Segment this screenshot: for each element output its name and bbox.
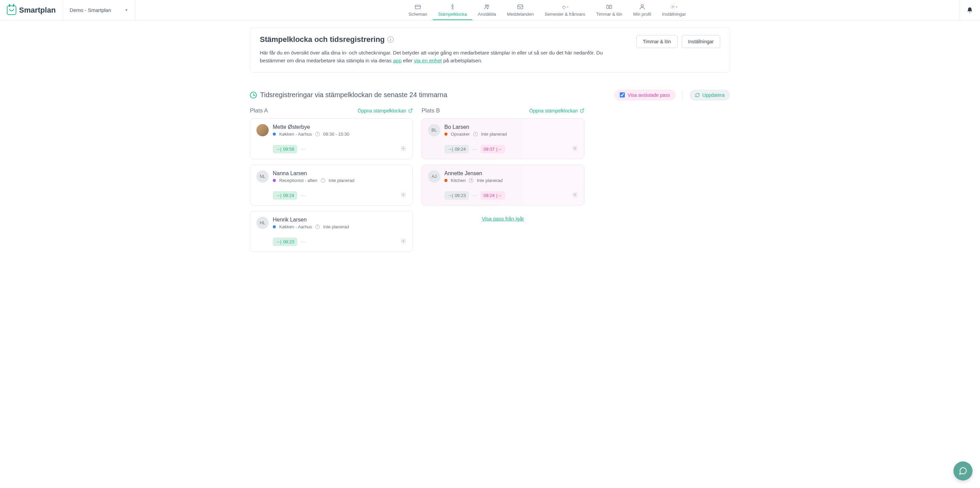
clock-icon xyxy=(469,178,473,183)
avatar xyxy=(256,124,269,136)
clock-in-badge: →|09:24 xyxy=(273,191,297,200)
dash: — xyxy=(301,193,305,198)
svg-rect-7 xyxy=(607,5,612,8)
arrow-in-icon: →| xyxy=(276,193,281,198)
nav-label: Inställningar xyxy=(662,11,686,17)
card-settings-button[interactable] xyxy=(572,192,578,199)
yesterday-link-wrap: Visa pass från igår xyxy=(422,216,584,222)
clock-icon xyxy=(321,178,325,183)
clock-icon xyxy=(250,92,257,99)
role-dot xyxy=(273,179,276,182)
avatar: AJ xyxy=(428,171,440,183)
nav-icon xyxy=(606,3,612,10)
hours-salary-button[interactable]: Timmar & lön xyxy=(636,35,678,48)
svg-rect-4 xyxy=(518,5,523,9)
nav-label: Anställda xyxy=(478,11,496,17)
timecard: AJAnnette JensenKitchenInte planerad→|09… xyxy=(422,164,584,206)
nav-label: Stämpelklocka xyxy=(438,11,467,17)
nav-timmar-l-n[interactable]: Timmar & lön xyxy=(591,0,628,20)
app-link[interactable]: app xyxy=(393,57,401,64)
role-dot xyxy=(273,132,276,136)
schedule-label: Inte planerad xyxy=(481,132,507,137)
employee-name: Henrik Larsen xyxy=(273,217,349,223)
role-dot xyxy=(273,225,276,228)
employee-name: Bo Larsen xyxy=(444,124,507,130)
schedule-label: Inte planerad xyxy=(323,224,349,230)
refresh-label: Uppdatera xyxy=(703,92,725,98)
logo[interactable]: Smartplan xyxy=(0,0,63,20)
nav-icon: ▾ xyxy=(562,3,568,10)
svg-point-17 xyxy=(574,194,576,195)
settings-button[interactable]: Inställningar xyxy=(682,35,721,48)
section-header: Tidsregistreringar via stämpelklockan de… xyxy=(250,89,730,100)
show-completed-checkbox[interactable] xyxy=(620,92,625,97)
role-label: Køkken - Aarhus xyxy=(279,224,312,230)
refresh-icon xyxy=(695,93,700,97)
nav-label: Scheman xyxy=(409,11,427,17)
open-punchclock-link[interactable]: Öppna stämpelklockan xyxy=(530,108,584,113)
svg-point-12 xyxy=(673,6,674,8)
role-dot xyxy=(444,179,447,182)
nav-anst-llda[interactable]: Anställda xyxy=(472,0,501,20)
svg-point-11 xyxy=(641,5,644,7)
clock-in-badge: →|09:23 xyxy=(273,238,297,246)
clock-in-badge: →|09:24 xyxy=(444,145,469,153)
clock-in-badge: →|09:23 xyxy=(444,191,469,200)
avatar: BL xyxy=(428,124,440,136)
clock-icon xyxy=(315,225,320,229)
role-label: Receptionist - aften xyxy=(279,178,317,183)
schedule-label: Inte planerad xyxy=(329,178,355,183)
nav-meddelanden[interactable]: Meddelanden xyxy=(501,0,539,20)
show-completed-toggle[interactable]: Visa avslutade pass xyxy=(614,89,675,100)
nav-icon xyxy=(484,3,490,10)
dash: — xyxy=(472,193,477,198)
svg-point-2 xyxy=(485,5,487,6)
dash: — xyxy=(301,239,305,244)
device-link[interactable]: via en enhet xyxy=(414,57,442,64)
arrow-out-icon: |→ xyxy=(496,193,501,198)
arrow-in-icon: →| xyxy=(276,239,281,244)
location-name: Plats B xyxy=(422,107,440,114)
card-settings-button[interactable] xyxy=(401,192,406,199)
arrow-in-icon: →| xyxy=(447,193,453,198)
nav-inst-llningar[interactable]: ▾Inställningar xyxy=(657,0,691,20)
clock-icon xyxy=(315,132,320,136)
nav-label: Meddelanden xyxy=(507,11,534,17)
nav-min-profil[interactable]: Min profil xyxy=(628,0,657,20)
svg-point-16 xyxy=(574,148,576,149)
main-nav: SchemanStämpelklockaAnställdaMeddelanden… xyxy=(135,0,959,20)
workspace-selector[interactable]: Demo - Smartplan ▼ xyxy=(63,0,135,20)
intro-description: Här får du en översikt över alla dina in… xyxy=(260,49,630,65)
info-icon[interactable]: i xyxy=(388,37,394,43)
card-settings-button[interactable] xyxy=(401,145,406,152)
notifications-button[interactable] xyxy=(959,0,980,20)
nav-semester-fr-nvaro[interactable]: ▾Semester & frånvaro xyxy=(539,0,591,20)
employee-name: Nanna Larsen xyxy=(273,171,355,177)
svg-point-8 xyxy=(608,6,610,8)
location-name: Plats A xyxy=(250,107,268,114)
brand-name: Smartplan xyxy=(19,6,56,14)
section-title: Tidsregistreringar via stämpelklockan de… xyxy=(260,91,447,99)
employee-name: Annette Jensen xyxy=(444,171,503,177)
nav-icon xyxy=(639,3,646,10)
chevron-down-icon: ▾ xyxy=(567,5,568,8)
card-settings-button[interactable] xyxy=(401,238,406,245)
card-settings-button[interactable] xyxy=(572,145,578,152)
role-label: Opvasker xyxy=(451,132,470,137)
schedule-label: 09:30 - 15:30 xyxy=(323,132,349,137)
workspace-name: Demo - Smartplan xyxy=(70,7,111,13)
page-title-text: Stämpelklocka och tidsregistrering xyxy=(260,35,385,44)
dash: — xyxy=(301,146,305,152)
nav-label: Min profil xyxy=(633,11,651,17)
open-punchclock-link[interactable]: Öppna stämpelklockan xyxy=(358,108,413,113)
arrow-in-icon: →| xyxy=(447,147,453,151)
show-yesterday-link[interactable]: Visa pass från igår xyxy=(482,216,524,222)
refresh-button[interactable]: Uppdatera xyxy=(690,89,730,100)
nav-st-mpelklocka[interactable]: Stämpelklocka xyxy=(433,0,473,20)
clock-in-badge: →|09:58 xyxy=(273,145,297,153)
location-column: Plats AÖppna stämpelklockanMette Østerby… xyxy=(250,107,413,257)
nav-scheman[interactable]: Scheman xyxy=(403,0,433,20)
clock-out-badge: 09:37|→ xyxy=(480,145,505,153)
schedule-label: Inte planerad xyxy=(477,178,503,183)
clock-out-badge: 09:24|→ xyxy=(480,191,505,200)
